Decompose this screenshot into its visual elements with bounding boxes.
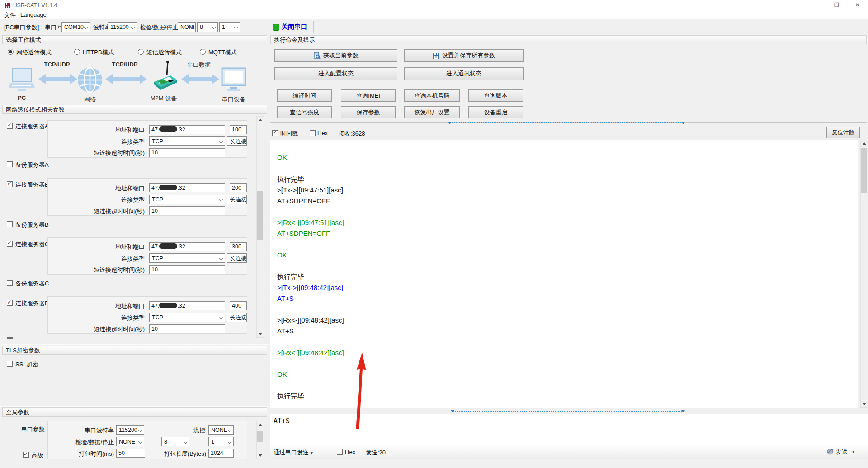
stopbits-select[interactable]: 1 xyxy=(219,22,240,32)
set-save-params-button[interactable]: 设置并保存所有参数 xyxy=(404,49,524,62)
server-a-mode-select[interactable]: 长连接 xyxy=(227,136,247,146)
close-serial-button[interactable]: 关闭串口 xyxy=(282,23,307,31)
timestamp-checkbox[interactable] xyxy=(272,130,278,136)
chevron-down-icon: ▾ xyxy=(311,450,313,455)
radio-mqtt-label: MQTT模式 xyxy=(208,48,237,56)
section-splitter[interactable] xyxy=(0,343,269,345)
minimize-button[interactable]: — xyxy=(806,0,826,10)
global-databits-select[interactable]: 8 xyxy=(161,437,189,446)
server-c-mode-select[interactable]: 长连接 xyxy=(227,253,247,263)
backup-a-checkbox[interactable] xyxy=(7,161,13,167)
flow-select[interactable]: NONE xyxy=(208,425,234,435)
radio-mqtt[interactable] xyxy=(200,49,206,55)
query-version-button[interactable]: 查询版本 xyxy=(468,89,523,102)
server-b-port-input[interactable]: 200 xyxy=(230,183,247,192)
backup-c-checkbox[interactable] xyxy=(7,280,13,286)
toolbar-separator xyxy=(313,21,314,33)
global-parity-select[interactable]: NONE xyxy=(116,437,144,446)
global-stopbits-select[interactable]: 1 xyxy=(208,437,234,446)
scroll-thumb[interactable] xyxy=(861,148,867,193)
server-d-address-input[interactable]: 47..32 xyxy=(149,301,225,310)
send-icon xyxy=(827,448,834,455)
servers-scrollbar[interactable] xyxy=(256,116,264,338)
get-params-button[interactable]: 获取当前参数 xyxy=(274,49,397,62)
save-params-button[interactable]: 保存参数 xyxy=(341,106,396,118)
server-b-address-input[interactable]: 47..32 xyxy=(149,183,225,192)
section-splitter[interactable] xyxy=(0,405,269,407)
server-c-type-select[interactable]: TCP xyxy=(149,253,225,263)
send-splitter-handle[interactable] xyxy=(452,411,684,412)
log-hex-checkbox[interactable] xyxy=(310,130,316,136)
scroll-down-arrow[interactable] xyxy=(257,453,263,459)
server-b-checkbox[interactable] xyxy=(7,181,13,187)
server-a-checkbox[interactable] xyxy=(7,123,13,129)
parity-select[interactable]: NONI xyxy=(178,22,196,32)
com-port-select[interactable]: COM10 xyxy=(61,22,90,32)
recv-count: 接收:3628 xyxy=(339,130,365,138)
server-a-address-input[interactable]: 47..32 xyxy=(149,125,225,134)
server-c-address-input[interactable]: 47..32 xyxy=(149,242,225,251)
databits-select[interactable]: 8 xyxy=(197,22,218,32)
server-b-label: 连接服务器B xyxy=(15,181,49,189)
server-d-timeout-input[interactable]: 10 xyxy=(149,324,225,333)
packtime-input[interactable]: 50 xyxy=(116,449,145,458)
server-a-type-select[interactable]: TCP xyxy=(149,136,225,146)
work-mode-header: 选择工作模式 xyxy=(2,35,267,44)
server-c-port-input[interactable]: 300 xyxy=(230,242,247,251)
server-d-mode-select[interactable]: 长连接 xyxy=(227,313,247,322)
advanced-checkbox[interactable] xyxy=(23,452,29,458)
scroll-thumb[interactable] xyxy=(257,191,263,240)
server-d-port-input[interactable]: 400 xyxy=(230,301,247,310)
enter-comm-button[interactable]: 进入通讯状态 xyxy=(404,67,524,80)
radio-sms[interactable] xyxy=(138,49,144,55)
server-b-mode-select[interactable]: 长连接 xyxy=(227,195,247,204)
server-a-port-input[interactable]: 100 xyxy=(230,125,247,134)
scroll-thumb[interactable] xyxy=(257,431,263,442)
server-b-timeout-input[interactable]: 10 xyxy=(149,206,225,215)
send-button[interactable]: 发送 ▾ xyxy=(827,448,863,457)
ssl-checkbox[interactable] xyxy=(7,361,13,367)
backup-b-label: 备份服务器B xyxy=(15,221,49,229)
compile-time-button[interactable]: 编译时间 xyxy=(277,89,332,102)
close-button[interactable]: ✕ xyxy=(847,0,868,10)
query-number-button[interactable]: 查询本机号码 xyxy=(404,89,460,102)
scroll-up-arrow[interactable] xyxy=(257,117,263,123)
enter-config-button[interactable]: 进入配置状态 xyxy=(274,67,397,80)
menu-file[interactable]: 文件 xyxy=(4,11,16,19)
global-scrollbar[interactable] xyxy=(256,421,264,459)
baud-select[interactable]: 115200 xyxy=(108,22,137,32)
query-imei-button[interactable]: 查询IMEI xyxy=(341,89,396,102)
link1-arrow xyxy=(38,74,77,84)
radio-httpd[interactable] xyxy=(74,49,80,55)
device-restart-button[interactable]: 设备重启 xyxy=(468,106,523,118)
send-hex-checkbox[interactable] xyxy=(337,449,343,455)
scroll-up-arrow[interactable] xyxy=(257,422,263,428)
serial-group-label: [PC串口参数]：串口号 xyxy=(4,23,62,32)
scroll-down-arrow[interactable] xyxy=(257,331,263,337)
addr-port-label: 地址和端口 xyxy=(52,184,145,192)
server-c-timeout-input[interactable]: 10 xyxy=(149,265,225,274)
send-input-text[interactable]: AT+S xyxy=(274,417,290,425)
server-b-type-select[interactable]: TCP xyxy=(149,195,225,204)
log-top-splitter-handle[interactable] xyxy=(449,122,684,123)
m2m-device-icon xyxy=(150,60,179,94)
server-b-box: 地址和端口 47..32 200 连接类型 TCP 长连接 短连接超时时间(秒)… xyxy=(47,178,247,216)
log-scrollbar[interactable] xyxy=(860,140,868,408)
scroll-down-arrow[interactable] xyxy=(861,401,867,407)
scroll-up-arrow[interactable] xyxy=(861,140,867,146)
backup-b-checkbox[interactable] xyxy=(7,221,13,227)
query-signal-button[interactable]: 查信号强度 xyxy=(277,106,332,118)
server-d-type-select[interactable]: TCP xyxy=(149,313,225,322)
send-via-dropdown[interactable]: 通过串口发送 ▾ xyxy=(274,449,313,457)
packlen-input[interactable]: 1024 xyxy=(208,449,234,458)
menu-language[interactable]: Language xyxy=(20,11,47,18)
radio-net-transparent[interactable] xyxy=(8,49,14,55)
server-d-checkbox[interactable] xyxy=(7,300,13,306)
server-a-timeout-input[interactable]: 10 xyxy=(149,148,225,157)
log-line: AT+SDPEN=OFF xyxy=(277,196,858,206)
server-c-checkbox[interactable] xyxy=(7,241,13,247)
reset-count-button[interactable]: 复位计数 xyxy=(826,127,860,138)
factory-reset-button[interactable]: 恢复出厂设置 xyxy=(404,106,460,118)
restore-button[interactable]: ❐ xyxy=(826,0,847,10)
global-baud-select[interactable]: 115200 xyxy=(116,425,144,435)
